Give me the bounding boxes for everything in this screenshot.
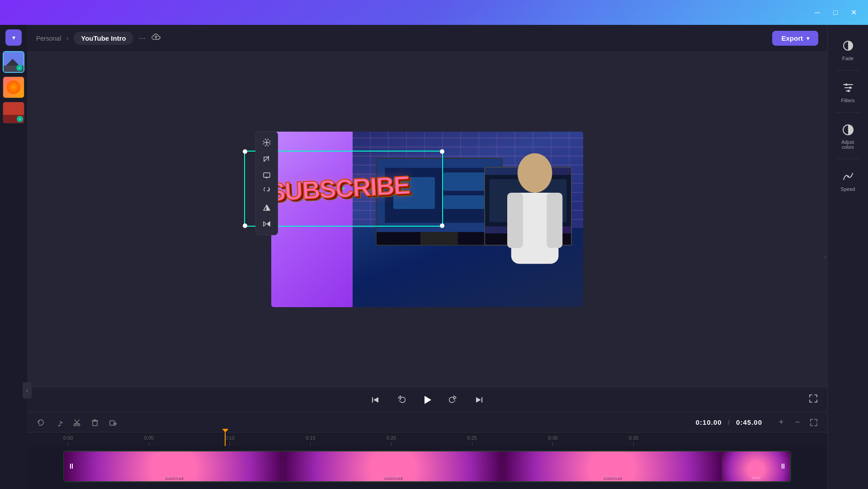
svg-line-33 (77, 420, 79, 423)
flip-tool-button[interactable] (259, 200, 274, 215)
subscribe-text: SUBSCRIBE (268, 170, 410, 206)
timeline-ruler[interactable]: 0:00 0:05 0:10 0:15 (27, 432, 827, 446)
right-panel: Fade Filters (827, 25, 868, 489)
fade-tool[interactable]: Fade (834, 34, 863, 65)
fit-timeline-button[interactable] (807, 416, 820, 429)
undo-button[interactable] (34, 416, 47, 429)
gamer-person (486, 149, 583, 307)
minimize-button[interactable]: ─ (812, 7, 823, 18)
clip-thumbnails: SUBSCRIBE SUBSCRIBE SUBSCRIBE SUBS (64, 451, 790, 481)
svg-point-47 (847, 90, 849, 92)
thumbnail-item-1[interactable]: ✓ (3, 51, 24, 73)
fade-icon (840, 38, 856, 54)
rewind-5s-button[interactable]: 5 (392, 392, 409, 408)
title-bar-controls: ─ □ ✕ (812, 7, 859, 18)
svg-marker-27 (425, 396, 431, 404)
clip-pause-right[interactable]: ⏸ (779, 462, 787, 470)
rotate-tool-button[interactable] (259, 184, 274, 199)
speed-tool[interactable]: Speed (834, 165, 863, 195)
cloud-sync-icon[interactable] (151, 32, 161, 44)
add-clip-button[interactable] (107, 416, 119, 429)
delete-button[interactable] (89, 416, 101, 429)
sidebar-toggle[interactable]: ▾ (5, 29, 22, 46)
clip-thumb-text-3: SUBSCRIBE (603, 476, 622, 480)
clip-thumb-3: SUBSCRIBE (503, 451, 722, 481)
redo-button[interactable] (52, 416, 65, 429)
video-preview: ✦ SUBSCRIBE (271, 132, 583, 307)
svg-rect-29 (481, 397, 482, 403)
thumbnail-item-3[interactable]: ✓ (3, 102, 24, 123)
ruler-mark-6: 0:30 (548, 435, 557, 446)
project-title[interactable]: YouTube Intro (74, 32, 133, 45)
clip-thumb-text-4: SUBS (752, 476, 760, 480)
svg-point-46 (849, 87, 851, 89)
edit-toolbar (255, 131, 278, 235)
time-separator: / (728, 418, 730, 426)
mirror-tool-button[interactable] (259, 217, 274, 231)
export-label: Export (781, 34, 803, 42)
svg-rect-37 (93, 421, 97, 426)
left-sidebar: ▾ ✓ ✓ (0, 25, 27, 489)
filters-icon (840, 80, 856, 96)
svg-rect-16 (443, 172, 489, 190)
svg-point-49 (847, 176, 849, 177)
filters-tool[interactable]: Filters (834, 76, 863, 107)
zoom-in-button[interactable]: + (775, 416, 788, 429)
ruler-mark-7: 0:35 (629, 435, 638, 446)
ruler-marks: 0:00 0:05 0:10 0:15 (63, 432, 791, 446)
svg-marker-10 (267, 205, 270, 210)
playhead-line[interactable] (225, 432, 226, 446)
svg-point-45 (845, 84, 847, 86)
close-button[interactable]: ✕ (848, 7, 859, 18)
svg-rect-24 (372, 397, 373, 403)
filters-label: Filters (841, 98, 855, 103)
selection-handle-tl[interactable] (243, 149, 247, 154)
header: Personal › YouTube Intro ··· Export ▾ (27, 25, 827, 52)
main-clip[interactable]: ⏸ SUBSCRIBE SUBSCRIBE SUBSCRIBE (63, 451, 791, 482)
right-panel-collapse-button[interactable]: › (824, 253, 826, 261)
header-menu-icon[interactable]: ··· (139, 33, 146, 43)
transform-tool-button[interactable] (259, 135, 274, 150)
adjust-colors-label: Adjust colors (835, 140, 861, 150)
timeline-toolbar: 0:10.00 / 0:45.00 + − (27, 413, 827, 432)
clip-thumb-text-2: SUBSCRIBE (383, 476, 402, 480)
svg-marker-11 (264, 222, 266, 226)
main-content: Personal › YouTube Intro ··· Export ▾ 16… (27, 25, 827, 489)
clip-thumb-1: SUBSCRIBE (64, 451, 283, 481)
clip-thumb-2: SUBSCRIBE (283, 451, 503, 481)
fullscreen-button[interactable] (808, 394, 818, 406)
zoom-out-button[interactable]: − (791, 416, 804, 429)
clip-thumb-text-1: SUBSCRIBE (164, 476, 183, 480)
clip-pause-left[interactable]: ⏸ (68, 462, 75, 470)
svg-line-34 (75, 420, 77, 423)
sidebar-collapse-button[interactable]: ‹ (23, 382, 32, 399)
adjust-colors-icon (840, 122, 856, 138)
svg-rect-23 (547, 193, 562, 248)
panel-divider-2 (836, 112, 860, 113)
canvas-area: 16:9 (27, 52, 827, 387)
breadcrumb-personal[interactable]: Personal (36, 35, 61, 42)
timeline-tracks: ⏸ SUBSCRIBE SUBSCRIBE SUBSCRIBE (27, 446, 827, 489)
current-time: 0:10.00 (696, 418, 722, 426)
cut-button[interactable] (71, 416, 83, 429)
maximize-button[interactable]: □ (830, 7, 841, 18)
timeline-section: 0:10.00 / 0:45.00 + − (27, 412, 827, 489)
thumbnail-item-2[interactable] (3, 76, 24, 98)
play-pause-button[interactable] (418, 390, 437, 409)
forward-5s-button[interactable]: 5 (446, 392, 462, 408)
thumbnail-check-3: ✓ (17, 116, 23, 122)
adjust-colors-tool[interactable]: Adjust colors (834, 118, 863, 153)
export-button[interactable]: Export ▾ (772, 31, 818, 46)
svg-rect-39 (110, 421, 114, 425)
main-track-row: ⏸ SUBSCRIBE SUBSCRIBE SUBSCRIBE (63, 451, 791, 485)
panel-divider-3 (836, 159, 860, 159)
crop-tool-button[interactable] (259, 152, 274, 166)
skip-to-end-button[interactable] (471, 392, 487, 408)
playback-controls: 5 5 (27, 387, 827, 412)
title-bar: ─ □ ✕ (0, 0, 868, 25)
monitor-stand-left (420, 232, 458, 245)
svg-marker-30 (476, 397, 481, 403)
skip-to-start-button[interactable] (367, 392, 383, 408)
selection-handle-bl[interactable] (243, 223, 247, 228)
screen-tool-button[interactable] (259, 168, 274, 182)
